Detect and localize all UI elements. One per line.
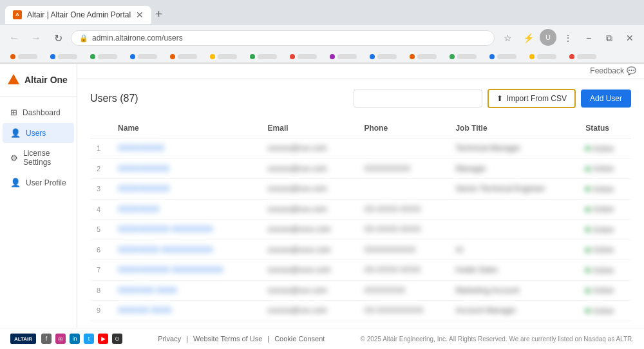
users-actions: ⬆ Import From CSV Add User <box>354 89 631 108</box>
minimize-btn[interactable]: − <box>580 29 598 47</box>
feedback-btn[interactable]: Feedback 💬 <box>590 66 636 75</box>
bookmark-item-2[interactable] <box>85 52 122 61</box>
menu-btn[interactable]: ⋮ <box>559 29 577 47</box>
bookmark-item-3[interactable] <box>125 52 162 61</box>
tab-title: Altair | Altair One Admin Portal <box>27 10 131 19</box>
close-btn[interactable]: ✕ <box>621 29 639 47</box>
user-status: Active <box>579 158 631 179</box>
cookie-link[interactable]: Cookie Consent <box>274 335 325 343</box>
terms-link[interactable]: Website Terms of Use <box>193 335 262 343</box>
user-status: Active <box>579 240 631 260</box>
user-job-title: Senior Technical Engineer <box>449 179 579 200</box>
sidebar-item-user-profile[interactable]: 👤User Profile <box>3 173 74 193</box>
address-bar[interactable]: 🔒 admin.altairone.com/users <box>71 30 495 46</box>
twitter-icon[interactable]: t <box>84 334 94 344</box>
table-row: 2XXXXXXXXXXxxxxxx@xxx.comXXXXXXXXXManage… <box>90 158 631 179</box>
privacy-link[interactable]: Privacy <box>158 335 181 343</box>
row-number: 6 <box>97 246 100 254</box>
url-text: admin.altairone.com/users <box>92 33 183 42</box>
linkedin-icon[interactable]: in <box>70 334 80 344</box>
table-row: 1XXXXXXXXXxxxxxx@xxx.comTechnical Manage… <box>90 138 631 159</box>
user-name[interactable]: XXXXXXXXXX XXXXXXXX <box>118 225 213 234</box>
user-phone: XX-XXXX-XXXX <box>357 260 449 281</box>
youtube-icon[interactable]: ▶ <box>98 334 108 344</box>
footer-logo: ALTAIR <box>10 334 36 344</box>
sidebar-item-license-settings[interactable]: ⚙License Settings <box>3 144 74 172</box>
user-phone: XX-XXXX-XXXX <box>357 220 449 240</box>
facebook-icon[interactable]: f <box>41 334 52 344</box>
row-number: 5 <box>97 225 100 233</box>
table-row: 3XXXXXXXXXXxxxxxx@xxx.comSenior Technica… <box>90 179 631 200</box>
search-input[interactable] <box>354 90 482 108</box>
sidebar-label-license-settings: License Settings <box>23 149 66 167</box>
bookmark-item-6[interactable] <box>245 52 282 61</box>
footer-left: ALTAIR f ◎ in t ▶ ⊙ <box>10 334 122 344</box>
bookmark-item-11[interactable] <box>444 52 482 61</box>
sidebar-item-users[interactable]: 👤Users <box>3 123 74 143</box>
bookmark-item-4[interactable] <box>165 52 202 61</box>
bookmark-item-10[interactable] <box>404 52 442 61</box>
bookmark-item-7[interactable] <box>285 52 322 61</box>
back-btn[interactable]: ← <box>5 29 23 47</box>
user-phone <box>357 179 449 200</box>
user-status: Active <box>579 199 631 220</box>
user-name[interactable]: XXXXXXXXXX <box>118 184 169 193</box>
footer-social: f ◎ in t ▶ ⊙ <box>41 334 122 344</box>
user-email: xxxxxx@xxx.com <box>261 280 358 301</box>
table-row: 7XXXXXXXXXX XXXXXXXXXXxxxxxx@xxxx.comXX-… <box>90 260 631 281</box>
user-name[interactable]: XXXXXXXX XXXXXXXXXX <box>118 245 213 254</box>
user-email: xxxxxx@xxx.com <box>261 138 358 159</box>
user-name[interactable]: XXXXXXXXX <box>118 144 164 153</box>
star-btn[interactable]: ☆ <box>498 29 516 47</box>
import-csv-label: Import From CSV <box>507 94 567 103</box>
sidebar-item-dashboard[interactable]: ⊞Dashboard <box>3 102 74 122</box>
github-icon[interactable]: ⊙ <box>112 334 122 344</box>
bookmark-item-1[interactable] <box>45 52 82 61</box>
row-number: 4 <box>97 205 100 213</box>
active-tab[interactable]: A Altair | Altair One Admin Portal ✕ <box>5 6 151 24</box>
bookmark-item-5[interactable] <box>205 52 242 61</box>
col-name <box>90 118 111 138</box>
user-name[interactable]: XXXXXXX XXXX <box>118 286 176 295</box>
user-name[interactable]: XXXXXX XXXX <box>118 306 171 315</box>
user-name[interactable]: XXXXXXXXXX XXXXXXXXXX <box>118 265 223 274</box>
users-table: Name Email Phone Job Title Status 1XXXXX… <box>90 118 631 321</box>
profile-avatar[interactable]: U <box>540 29 556 46</box>
restore-btn[interactable]: ⧉ <box>600 29 618 47</box>
forward-btn[interactable]: → <box>27 29 45 47</box>
user-job-title: Marketing Account <box>449 280 579 301</box>
browser-tabs: A Altair | Altair One Admin Portal ✕ + <box>0 0 644 25</box>
table-row: 5XXXXXXXXXX XXXXXXXXxxxxxx@xxxx.comXX-XX… <box>90 220 631 240</box>
tab-close-btn[interactable]: ✕ <box>136 10 144 20</box>
table-row: 8XXXXXXX XXXXxxxxxx@xxx.comXXXXXXXXMarke… <box>90 280 631 301</box>
user-name[interactable]: XXXXXXXX <box>118 205 159 214</box>
sidebar-logo: Altair One <box>6 73 70 87</box>
user-phone: XX-XXXX-XXXX <box>357 199 449 220</box>
row-number: 8 <box>97 287 100 294</box>
user-job-title: Technical Manager <box>449 138 579 159</box>
instagram-icon[interactable]: ◎ <box>55 334 66 344</box>
bookmark-item-9[interactable] <box>365 52 402 61</box>
bookmark-item-8[interactable] <box>325 52 362 61</box>
user-status: Active <box>579 301 631 321</box>
table-row: 6XXXXXXXX XXXXXXXXXXxxxxxx@xxxx.comXXXXX… <box>90 240 631 260</box>
feedback-icon: 💬 <box>627 66 636 75</box>
sidebar: Altair One ⊞Dashboard👤Users⚙License Sett… <box>0 64 77 328</box>
extensions-btn[interactable]: ⚡ <box>519 29 537 47</box>
user-job-title: Manager <box>449 158 579 179</box>
bookmark-item-0[interactable] <box>5 52 43 61</box>
users-page: Users (87) ⬆ Import From CSV Add User Na… <box>77 79 644 328</box>
row-number: 1 <box>97 144 100 152</box>
user-phone: XX-XXXXXXXXX <box>357 301 449 321</box>
new-tab-btn[interactable]: + <box>151 4 166 25</box>
bookmark-item-14[interactable] <box>564 52 601 61</box>
reload-btn[interactable]: ↻ <box>49 29 67 47</box>
user-status: Active <box>579 138 631 159</box>
bookmark-item-12[interactable] <box>484 52 522 61</box>
import-csv-btn[interactable]: ⬆ Import From CSV <box>488 89 576 108</box>
users-header: Users (87) ⬆ Import From CSV Add User <box>90 89 631 108</box>
add-user-btn[interactable]: Add User <box>581 90 631 108</box>
footer-links: Privacy | Website Terms of Use | Cookie … <box>158 335 325 343</box>
bookmark-item-13[interactable] <box>524 52 562 61</box>
user-name[interactable]: XXXXXXXXXX <box>118 164 169 173</box>
